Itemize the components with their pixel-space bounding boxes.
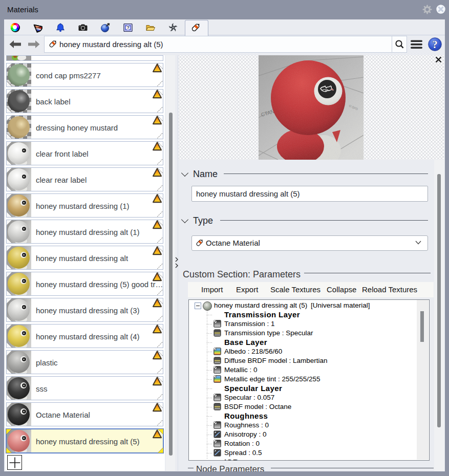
svg-text:?: ? [126, 25, 129, 30]
svg-text:?: ? [432, 38, 438, 51]
